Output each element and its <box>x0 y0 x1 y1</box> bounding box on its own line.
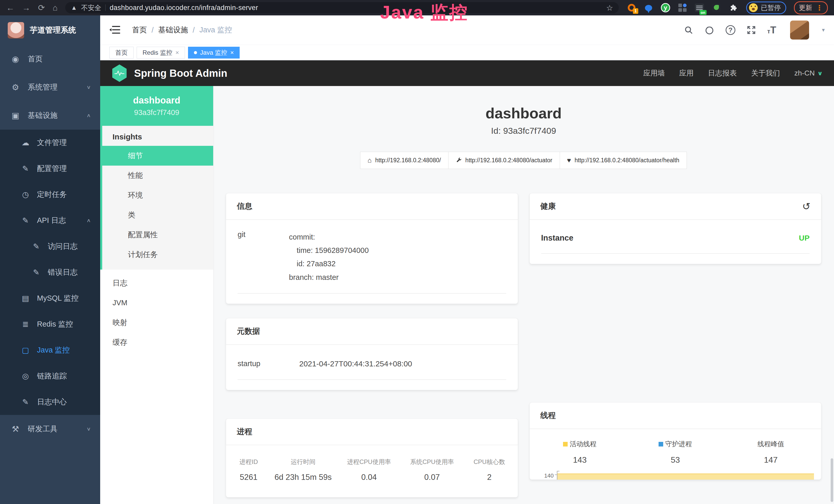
tab-home[interactable]: 首页 <box>109 47 134 59</box>
back-icon[interactable]: ← <box>6 4 14 12</box>
menu-item-jvm[interactable]: JVM <box>100 293 213 313</box>
database-icon: ▤ <box>21 294 30 303</box>
sba-brand[interactable]: Spring Boot Admin <box>134 68 227 79</box>
sidebar-item-mysql-monitor[interactable]: ▤ MySQL 监控 <box>0 285 100 311</box>
close-icon[interactable]: × <box>230 49 234 56</box>
service-url-link[interactable]: ⌂ http://192.168.0.2:48080/ <box>360 152 448 169</box>
sba-link-applications[interactable]: 应用 <box>679 68 694 78</box>
sba-link-about[interactable]: 关于我们 <box>751 68 780 78</box>
breadcrumb-home[interactable]: 首页 <box>132 25 147 35</box>
timer-icon: ◷ <box>21 190 30 199</box>
extensions-puzzle-icon[interactable] <box>728 3 739 13</box>
breadcrumb-current: Java 监控 <box>199 25 232 35</box>
sidebar-item-redis-monitor[interactable]: ≣ Redis 监控 <box>0 311 100 337</box>
home-icon[interactable]: ⌂ <box>53 4 58 12</box>
breadcrumb-infra[interactable]: 基础设施 <box>158 25 188 35</box>
sidebar-item-access-log[interactable]: ✎ 访问日志 <box>0 233 100 259</box>
extension-translate-icon[interactable]: on <box>694 3 705 13</box>
address-bar[interactable]: ▲ 不安全 dashboard.yudao.iocoder.cn/infra/a… <box>65 2 619 13</box>
font-size-icon[interactable]: ᴛT <box>767 25 776 36</box>
update-label: 更新 <box>799 3 812 12</box>
close-icon[interactable]: × <box>175 49 179 56</box>
reload-icon[interactable]: ⟳ <box>38 4 45 12</box>
menu-item-environment[interactable]: 环境 <box>102 185 213 205</box>
menu-item-mappings[interactable]: 映射 <box>100 313 213 333</box>
user-avatar[interactable] <box>790 21 809 40</box>
process-col-cores: CPU核心数 2 <box>464 458 515 482</box>
insights-group: Insights 细节 性能 环境 类 配置属性 计划任务 <box>100 126 213 270</box>
menu-item-scheduled-tasks[interactable]: 计划任务 <box>102 245 213 265</box>
sba-navbar: Spring Boot Admin 应用墙 应用 日志报表 关于我们 zh-CN… <box>100 60 834 86</box>
security-label[interactable]: 不安全 <box>81 3 101 12</box>
chevron-up-icon: ∧ <box>86 113 91 118</box>
forward-icon[interactable]: → <box>22 4 30 12</box>
stat-peak-threads: 线程峰值 147 <box>723 439 818 465</box>
process-card-title: 进程 <box>237 427 252 437</box>
info-row-git: git commit: time: 1596289704000 id: 27aa… <box>238 230 506 294</box>
avatar-caret-icon[interactable]: ▾ <box>822 27 825 33</box>
process-table: 进程ID 5261 运行时间 6d 23h 15m 59s 进程CPU使用率 0… <box>226 445 518 497</box>
sidebar-item-home[interactable]: ◉ 首页 <box>0 45 100 73</box>
sba-link-wallboard[interactable]: 应用墙 <box>643 68 665 78</box>
sidebar-item-dev-tools[interactable]: ⚒ 研发工具 ∨ <box>0 415 100 443</box>
health-card-title: 健康 <box>541 201 556 211</box>
menu-item-details[interactable]: 细节 <box>100 146 213 166</box>
sidebar-item-java-monitor[interactable]: ▢ Java 监控 <box>0 337 100 363</box>
sidebar-item-log-center[interactable]: ✎ 日志中心 <box>0 389 100 415</box>
sidebar-item-config-manage[interactable]: ✎ 配置管理 <box>0 156 100 182</box>
metadata-card: 元数据 startup 2021-04-27T00:44:31.254+08:0… <box>226 318 518 390</box>
page-subtitle: Id: 93a3fc7f7409 <box>213 126 834 136</box>
sidebar-item-error-log[interactable]: ✎ 错误日志 <box>0 259 100 285</box>
extension-pin-icon[interactable] <box>643 3 654 13</box>
dashboard-icon: ◉ <box>10 54 21 64</box>
github-icon[interactable] <box>705 25 714 35</box>
url-text[interactable]: dashboard.yudao.iocoder.cn/infra/admin-s… <box>110 4 602 12</box>
extension-badge: 1 <box>633 8 638 14</box>
sba-link-journal[interactable]: 日志报表 <box>708 68 737 78</box>
menu-item-config-props[interactable]: 配置属性 <box>102 225 213 245</box>
sidebar-item-infra[interactable]: ▣ 基础设施 ∧ <box>0 101 100 130</box>
menu-item-logs[interactable]: 日志 <box>100 273 213 293</box>
collapse-sidebar-icon[interactable] <box>109 25 120 35</box>
extensions-row: 1 y on <box>627 3 739 13</box>
actuator-url-link[interactable]: http://192.168.0.2:48080/actuator <box>448 152 560 169</box>
log-icon: ✎ <box>21 216 30 225</box>
extension-ring-icon[interactable]: 1 <box>627 3 637 13</box>
search-icon[interactable] <box>684 25 693 35</box>
active-dot-icon <box>194 51 197 54</box>
extension-y-icon[interactable]: y <box>660 3 671 13</box>
bookmark-star-icon[interactable]: ☆ <box>606 3 613 12</box>
sidebar-item-cron-job[interactable]: ◷ 定时任务 <box>0 182 100 207</box>
stack-icon: ≣ <box>21 320 30 329</box>
update-button[interactable]: 更新 ⋮ <box>794 1 828 15</box>
extension-leaf-icon[interactable] <box>711 3 722 13</box>
tab-redis-monitor[interactable]: Redis 监控 × <box>137 47 185 59</box>
browser-menu-icon[interactable]: ⋮ <box>816 4 823 12</box>
menu-item-classes[interactable]: 类 <box>102 205 213 225</box>
health-url-link[interactable]: ♥ http://192.168.0.2:48080/actuator/heal… <box>560 152 687 169</box>
locale-select[interactable]: zh-CN ∨ <box>794 69 823 77</box>
menu-item-caches[interactable]: 缓存 <box>100 333 213 352</box>
fullscreen-icon[interactable] <box>747 25 756 35</box>
help-icon[interactable]: ? <box>726 25 736 35</box>
sba-nav-links: 应用墙 应用 日志报表 关于我们 zh-CN ∨ <box>643 68 823 78</box>
menu-item-metrics[interactable]: 性能 <box>102 166 213 185</box>
cloud-upload-icon: ☁ <box>21 138 30 147</box>
sidebar-item-api-log[interactable]: ✎ API 日志 ∧ <box>0 207 100 233</box>
sidebar-item-file-manage[interactable]: ☁ 文件管理 <box>0 130 100 156</box>
threads-card: 线程 活动线程 143 守护进程 53 线程峰值 <box>530 403 821 480</box>
tab-java-monitor[interactable]: Java 监控 × <box>188 47 240 59</box>
log-icon: ✎ <box>31 242 41 251</box>
infra-submenu: ☁ 文件管理 ✎ 配置管理 ◷ 定时任务 ✎ API 日志 ∧ ✎ 访问日志 ✎… <box>0 130 100 415</box>
instance-content: dashboard Id: 93a3fc7f7409 ⌂ http://192.… <box>213 86 834 504</box>
health-row-instance[interactable]: Instance UP <box>541 230 810 254</box>
thread-stats: 活动线程 143 守护进程 53 线程峰值 147 <box>530 429 821 465</box>
paused-chip[interactable]: 已暂停 <box>746 2 786 14</box>
sidebar-item-system[interactable]: ⚙ 系统管理 ∨ <box>0 73 100 101</box>
chevron-up-icon: ∧ <box>86 217 91 223</box>
sidebar-item-tracing[interactable]: ◎ 链路追踪 <box>0 363 100 389</box>
y-tick-140: 140 <box>539 473 554 479</box>
extension-grid-icon[interactable] <box>677 3 687 13</box>
page-scrollbar[interactable] <box>831 458 833 502</box>
history-icon[interactable]: ↺ <box>802 202 810 211</box>
